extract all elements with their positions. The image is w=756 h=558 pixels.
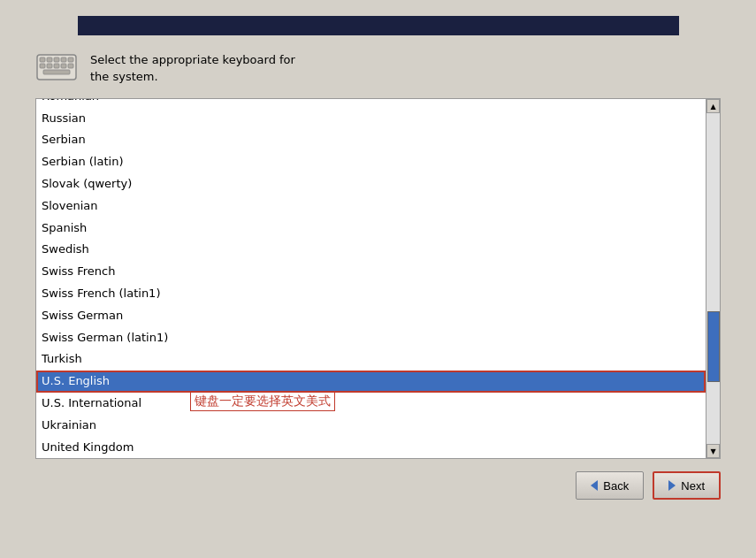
- header-section: Select the appropriate keyboard for the …: [0, 35, 756, 98]
- list-item[interactable]: Serbian: [36, 129, 706, 151]
- svg-rect-1: [40, 57, 45, 62]
- scrollbar-down-btn[interactable]: ▼: [706, 444, 720, 458]
- scrollbar-thumb-area: [706, 113, 720, 444]
- svg-rect-9: [61, 64, 66, 68]
- list-item[interactable]: Slovak (qwerty): [36, 173, 706, 195]
- back-label: Back: [603, 479, 629, 493]
- list-item[interactable]: Romanian: [36, 99, 706, 108]
- svg-rect-10: [68, 64, 73, 68]
- svg-rect-3: [54, 57, 59, 62]
- list-item[interactable]: U.S. English: [36, 371, 706, 393]
- keyboard-icon: [35, 48, 78, 89]
- list-item[interactable]: Slovenian: [36, 195, 706, 218]
- list-item[interactable]: Swiss German: [36, 305, 706, 327]
- svg-rect-6: [40, 64, 45, 68]
- back-arrow-icon: [591, 480, 598, 491]
- svg-rect-5: [68, 57, 73, 62]
- next-button[interactable]: Next: [653, 471, 721, 500]
- list-item[interactable]: Swedish: [36, 239, 706, 261]
- instruction-text: Select the appropriate keyboard for the …: [90, 52, 295, 84]
- scrollbar-up-btn[interactable]: ▲: [706, 99, 720, 113]
- footer: Back Next: [0, 459, 756, 500]
- svg-rect-2: [47, 57, 52, 62]
- next-arrow-icon: [668, 480, 676, 491]
- keyboard-list-container: PortugueseRomanianRussianSerbianSerbian …: [35, 98, 721, 459]
- svg-rect-8: [54, 64, 59, 68]
- progress-bar: [78, 16, 679, 35]
- list-item[interactable]: Swiss German (latin1): [36, 327, 706, 349]
- svg-rect-7: [47, 64, 52, 68]
- next-label: Next: [681, 479, 705, 493]
- svg-rect-11: [43, 70, 70, 74]
- list-item[interactable]: Serbian (latin): [36, 151, 706, 173]
- main-content: PortugueseRomanianRussianSerbianSerbian …: [0, 98, 756, 459]
- list-item[interactable]: Turkish: [36, 348, 706, 371]
- svg-rect-4: [61, 57, 66, 62]
- list-item[interactable]: U.S. International: [36, 393, 706, 415]
- scrollbar-track: ▲ ▼: [706, 99, 720, 458]
- list-item[interactable]: Russian: [36, 108, 706, 130]
- keyboard-list-scroll[interactable]: PortugueseRomanianRussianSerbianSerbian …: [36, 99, 706, 458]
- scrollbar-thumb[interactable]: [707, 311, 720, 382]
- list-item[interactable]: United Kingdom: [36, 437, 706, 458]
- list-item[interactable]: Spanish: [36, 218, 706, 240]
- list-item[interactable]: Ukrainian: [36, 415, 706, 437]
- back-button[interactable]: Back: [576, 471, 644, 500]
- list-item[interactable]: Swiss French: [36, 261, 706, 283]
- list-item[interactable]: Swiss French (latin1): [36, 283, 706, 305]
